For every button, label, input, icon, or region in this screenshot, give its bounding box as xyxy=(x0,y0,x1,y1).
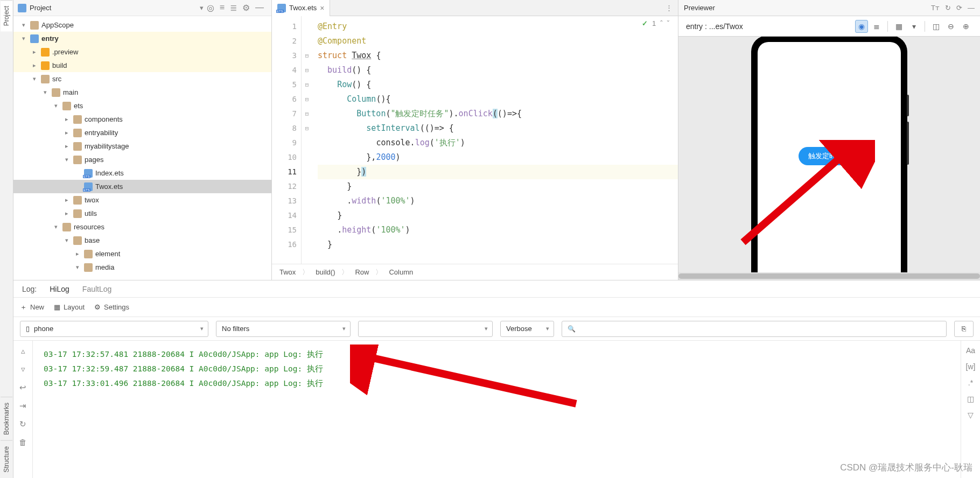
tree-item-entry[interactable]: ▾entry xyxy=(13,32,271,45)
hide-icon[interactable]: — xyxy=(255,3,264,13)
tree-item-main[interactable]: ▾main xyxy=(13,86,271,99)
zoom-out-icon[interactable]: ⊖ xyxy=(944,20,957,33)
rotate-icon[interactable]: ⟳ xyxy=(956,4,962,12)
close-icon[interactable]: × xyxy=(320,4,324,12)
folder-icon xyxy=(62,102,71,110)
tree-item-media[interactable]: ▾media xyxy=(13,261,271,274)
settings-button[interactable]: ⚙Settings xyxy=(94,303,129,311)
prev-problem-icon[interactable]: ˆ xyxy=(660,19,662,27)
previewer-path: entry : ...es/Twox xyxy=(686,22,852,31)
device-select[interactable]: ▯phone xyxy=(20,321,208,337)
folder-icon xyxy=(73,236,82,245)
phone-screen[interactable]: 触发定时任务 xyxy=(758,42,901,280)
tab-bookmarks[interactable]: Bookmarks xyxy=(1,397,12,440)
filter-icon[interactable]: ▽ xyxy=(968,411,974,419)
regex-button[interactable]: ⎘ xyxy=(954,321,974,337)
breadcrumb-item[interactable]: Twox xyxy=(279,268,296,276)
log-tabs: Log: HiLog FaultLog xyxy=(13,280,980,298)
breadcrumb-item[interactable]: build() xyxy=(316,268,335,276)
tree-item-index-ets[interactable]: Index.ets xyxy=(13,166,271,180)
grid-icon[interactable]: ▦ xyxy=(892,20,905,33)
project-label[interactable]: Project xyxy=(30,4,198,12)
scroll-end-icon[interactable]: ⇥ xyxy=(19,401,26,411)
log-panel: Log: HiLog FaultLog ＋New ▦Layout ⚙Settin… xyxy=(13,280,980,478)
folder-icon xyxy=(73,156,82,164)
layout-button[interactable]: ▦Layout xyxy=(54,303,85,311)
tree-item-entryability[interactable]: ▸entryability xyxy=(13,126,271,139)
log-output[interactable]: 03-17 17:32:57.481 21888-20684 I A0c0d0/… xyxy=(33,341,961,478)
zoom-in-icon[interactable]: ⊕ xyxy=(960,20,972,33)
trash-icon[interactable]: 🗑 xyxy=(19,438,27,447)
editor-tab[interactable]: Twox.ets × xyxy=(272,0,330,16)
case-icon[interactable]: Aa xyxy=(966,346,975,355)
editor-body[interactable]: 12345678910111213141516 ⊟⊟⊟⊟⊟⊟ @Entry@Co… xyxy=(272,16,678,264)
wrap-icon[interactable]: ↩ xyxy=(19,383,26,392)
chevron-down-icon[interactable]: ▾ xyxy=(200,4,204,12)
tree-item-twox[interactable]: ▸twox xyxy=(13,193,271,207)
level-select[interactable]: Verbose xyxy=(500,321,554,337)
layers-icon[interactable]: ≣ xyxy=(870,20,883,33)
project-tree[interactable]: ▾AppScope▾entry▸.preview▸build▾src▾main▾… xyxy=(13,16,271,280)
log-toolbar: ＋New ▦Layout ⚙Settings xyxy=(13,298,980,317)
breadcrumb[interactable]: Twox〉build()〉Row〉Column xyxy=(272,264,678,280)
log-body: ▵ ▿ ↩ ⇥ ↻ 🗑 03-17 17:32:57.481 21888-206… xyxy=(13,341,980,478)
phone-frame: 触发定时任务 xyxy=(751,37,907,280)
collapse-up-icon[interactable]: ▵ xyxy=(21,346,25,356)
word-icon[interactable]: [w] xyxy=(966,362,976,371)
folder-icon xyxy=(73,209,82,218)
preview-canvas: 触发定时任务 xyxy=(678,37,980,280)
preview-button[interactable]: 触发定时任务 xyxy=(799,147,860,165)
breadcrumb-item[interactable]: Row xyxy=(355,268,369,276)
dropdown-icon[interactable]: ▾ xyxy=(907,20,920,33)
tab-project[interactable]: Project xyxy=(1,0,12,31)
process-select[interactable] xyxy=(358,321,493,337)
tree-item-myabilitystage[interactable]: ▸myabilitystage xyxy=(13,139,271,153)
search-input[interactable] xyxy=(562,321,947,337)
regex-icon[interactable]: .* xyxy=(968,378,973,387)
next-problem-icon[interactable]: ˇ xyxy=(667,19,669,27)
tree-item-resources[interactable]: ▾resources xyxy=(13,220,271,234)
code-area[interactable]: @Entry@Componentstruct Twox { build() { … xyxy=(312,16,678,264)
tree-item-appscope[interactable]: ▾AppScope xyxy=(13,18,271,32)
tree-item-base[interactable]: ▾base xyxy=(13,234,271,247)
tree-item-ets[interactable]: ▾ets xyxy=(13,99,271,113)
tab-structure[interactable]: Structure xyxy=(1,440,12,478)
tab-hilog[interactable]: HiLog xyxy=(50,285,69,293)
tree-item-utils[interactable]: ▸utils xyxy=(13,207,271,220)
previewer-pathbar: entry : ...es/Twox ◉ ≣ ▦ ▾ ◫ ⊖ ⊕ xyxy=(678,16,980,37)
font-scale-icon[interactable]: Tᴛ xyxy=(931,4,940,12)
previewer-icons: ◉ ≣ ▦ ▾ ◫ ⊖ ⊕ xyxy=(855,20,972,33)
tab-faultlog[interactable]: FaultLog xyxy=(82,285,111,293)
main-split: Project ▾ ◎ ≡ ≣ ⚙ — ▾AppScope▾entry▸.pre… xyxy=(13,0,980,280)
tree-item-pages[interactable]: ▾pages xyxy=(13,153,271,166)
locate-icon[interactable]: ◎ xyxy=(207,3,214,13)
tree-item-twox-ets[interactable]: Twox.ets xyxy=(13,180,271,193)
expand-icon[interactable]: ≡ xyxy=(220,3,225,13)
tree-item-components[interactable]: ▸components xyxy=(13,113,271,126)
tree-item-src[interactable]: ▾src xyxy=(13,72,271,86)
inspect-icon[interactable]: ◉ xyxy=(855,20,868,33)
fold-column[interactable]: ⊟⊟⊟⊟⊟⊟ xyxy=(302,16,312,264)
collapse-down-icon[interactable]: ▿ xyxy=(21,364,25,374)
collapse-icon[interactable]: ≣ xyxy=(230,3,237,13)
tab-overflow-icon[interactable]: ⋮ xyxy=(660,4,678,12)
preview-scrollbar[interactable] xyxy=(678,272,980,280)
tree-item-build[interactable]: ▸build xyxy=(13,59,271,72)
new-button[interactable]: ＋New xyxy=(20,303,44,312)
log-right-iconbar: Aa [w] .* ◫ ▽ xyxy=(961,341,980,478)
filter-select[interactable]: No filters xyxy=(216,321,351,337)
tree-item-element[interactable]: ▸element xyxy=(13,247,271,261)
editor-status: ✓ 1 ˆ ˇ xyxy=(642,19,669,27)
tree-item--preview[interactable]: ▸.preview xyxy=(13,45,271,59)
hide-panel-icon[interactable]: — xyxy=(968,4,975,12)
gear-icon: ⚙ xyxy=(94,303,101,311)
breadcrumb-item[interactable]: Column xyxy=(389,268,413,276)
refresh-icon[interactable]: ↻ xyxy=(945,4,951,12)
crop-icon[interactable]: ◫ xyxy=(929,20,942,33)
folder-icon xyxy=(30,21,39,30)
folder-icon xyxy=(84,250,93,258)
gear-icon[interactable]: ⚙ xyxy=(242,3,250,13)
editor-panel: Twox.ets × ⋮ 12345678910111213141516 ⊟⊟⊟… xyxy=(272,0,678,280)
restart-icon[interactable]: ↻ xyxy=(19,419,26,429)
split-icon[interactable]: ◫ xyxy=(967,395,974,403)
